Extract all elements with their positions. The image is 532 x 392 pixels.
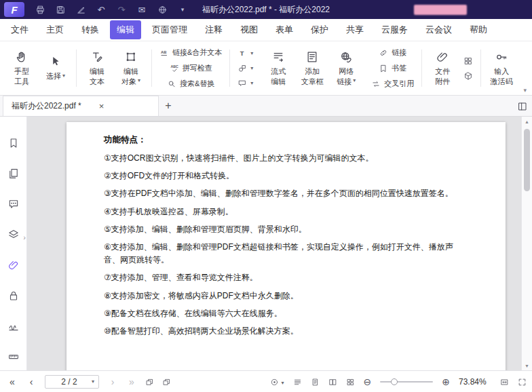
ribbon-separator	[480, 50, 481, 87]
link-merge-text-button[interactable]: 链接&合并文本	[157, 46, 225, 59]
web-link-button[interactable]: 网络 链接 ▾	[330, 49, 362, 87]
tab-file[interactable]: 文件	[4, 20, 35, 39]
chevron-down-icon: ▾	[138, 77, 140, 84]
tab-cloud-service[interactable]: 云服务	[375, 20, 415, 39]
undo-button[interactable]: ↶	[95, 5, 107, 15]
tab-form[interactable]: 表单	[269, 20, 300, 39]
navigation-sidebar: ›	[0, 117, 27, 370]
print-button[interactable]	[34, 4, 46, 15]
tab-comment[interactable]: 注释	[198, 20, 229, 39]
new-tab-button[interactable]: +	[159, 96, 178, 116]
zoom-percent[interactable]: 73.84%	[459, 377, 491, 387]
tab-page-management[interactable]: 页面管理	[145, 20, 194, 39]
image-annotation-button[interactable]	[461, 55, 476, 67]
zoom-slider-thumb[interactable]	[391, 378, 398, 385]
edit-text-button[interactable]: 编辑 文本	[81, 49, 113, 87]
doc-line: ⑤支持添加、编辑、删除和管理页眉页脚、背景和水印。	[104, 223, 468, 236]
tab-edit[interactable]: 编辑	[110, 20, 141, 39]
close-tab-icon[interactable]: ×	[99, 101, 104, 111]
foxit-logo[interactable]: F	[4, 2, 24, 17]
ribbon-separator	[76, 50, 77, 87]
document-canvas[interactable]: 功能特点： ①支持OCR图文识别，快速将扫描件、图片上的文字转换为可编辑的文本。…	[27, 117, 521, 370]
redo-button[interactable]: ↷	[115, 5, 128, 15]
link-button[interactable]: 链接	[376, 46, 409, 59]
prev-page-button[interactable]: ‹	[26, 376, 37, 387]
scroll-up-icon[interactable]: ▲	[525, 117, 529, 126]
search-replace-button[interactable]: 搜索&替换	[164, 77, 217, 90]
first-page-button[interactable]: «	[7, 376, 18, 387]
scroll-down-icon[interactable]: ▼	[525, 361, 529, 370]
spell-check-button[interactable]: 拼写检查	[167, 62, 215, 75]
edit-object-button[interactable]: 编辑 对象 ▾	[115, 49, 147, 87]
activation-code-button[interactable]: 输入 激活码	[486, 49, 517, 87]
tab-share[interactable]: 共享	[339, 20, 370, 39]
link-icon	[379, 48, 388, 58]
panel-expand-chevron[interactable]: ›	[23, 233, 26, 241]
sidebar-signatures-button[interactable]	[5, 320, 22, 332]
doc-line: ④支持手机放映遥控器、屏幕录制。	[104, 205, 468, 218]
hand-tool-button[interactable]: 手型 工具	[6, 49, 37, 87]
sidebar-security-button[interactable]	[5, 290, 22, 302]
last-page-button[interactable]: »	[126, 376, 137, 387]
sidebar-measure-button[interactable]	[5, 351, 22, 363]
pdf-page[interactable]: 功能特点： ①支持OCR图文识别，快速将扫描件、图片上的文字转换为可编辑的文本。…	[66, 122, 506, 370]
multimedia-button[interactable]	[461, 70, 476, 82]
main-area: › 功能特点： ①支持OCR图文识别，快速将扫描件、图片上的文字转换为可编辑的文…	[0, 117, 532, 370]
vertical-scrollbar[interactable]: ▲ ▼	[521, 117, 532, 370]
page-layout-button[interactable]	[517, 100, 528, 111]
add-callout-button[interactable]: ▾	[235, 77, 256, 90]
facing-view-button[interactable]	[328, 376, 337, 387]
tab-help[interactable]: 帮助	[463, 20, 494, 39]
document-tab[interactable]: 福昕办公2022.pdf * ×	[3, 96, 159, 116]
continuous-view-button[interactable]	[293, 376, 302, 387]
zoom-in-button[interactable]: ⊕	[442, 376, 450, 387]
account-name-redacted[interactable]	[414, 5, 467, 15]
sidebar-layers-button[interactable]	[5, 229, 22, 241]
tab-view[interactable]: 视图	[233, 20, 265, 39]
chevron-down-icon: ▾	[250, 80, 253, 86]
doc-line: ⑧支持添加密文，将敏感内容从PDF文档中永久删除。	[104, 290, 468, 302]
add-article-box-button[interactable]: 添加 文章框	[297, 49, 328, 87]
bookmark-button[interactable]: 书签	[376, 62, 409, 75]
scrollbar-track[interactable]	[522, 126, 532, 361]
customize-qat-caret[interactable]: ▾	[176, 6, 189, 13]
add-text-tool-button[interactable]: ▾	[235, 47, 256, 60]
save-button[interactable]	[54, 4, 66, 15]
select-tool-button[interactable]: 选择 ▾	[40, 54, 71, 82]
zoom-out-button[interactable]: ⊖	[364, 376, 372, 387]
sidebar-bookmarks-button[interactable]	[5, 137, 22, 149]
prev-view-button[interactable]	[145, 376, 154, 387]
sidebar-comments-button[interactable]	[5, 198, 22, 210]
tab-protect[interactable]: 保护	[304, 20, 335, 39]
reading-mode-button[interactable]: ▾	[270, 376, 284, 387]
cross-reference-button[interactable]: 交叉引用	[368, 77, 417, 90]
sidebar-pages-button[interactable]	[5, 168, 22, 180]
file-attachment-button[interactable]: 文件 附件	[427, 49, 458, 87]
tab-home[interactable]: 主页	[39, 20, 71, 39]
grid-view-button[interactable]	[346, 376, 355, 387]
chevron-down-icon: ▾	[250, 65, 253, 71]
sidebar-attachments-button[interactable]	[5, 259, 22, 271]
page-indicator[interactable]: 2 / 2 ▾	[45, 375, 99, 389]
cloud-button[interactable]	[156, 4, 168, 15]
tab-convert[interactable]: 转换	[75, 20, 106, 39]
quick-sign-button[interactable]	[75, 4, 87, 15]
mail-button[interactable]: ✉	[136, 5, 148, 15]
doc-line: ③支持在PDF文档中添加、编辑、删除和管理数字签名，并在多个页面的相同位置快速放…	[104, 187, 468, 200]
collapse-ribbon-button[interactable]: ▾	[523, 87, 527, 94]
search-icon	[167, 79, 176, 89]
fit-width-button[interactable]	[500, 376, 509, 387]
next-view-button[interactable]	[162, 376, 171, 387]
flow-edit-button[interactable]: 流式 编辑	[263, 49, 294, 87]
status-bar: « ‹ 2 / 2 ▾ › » ▾ ⊖ ⊕ 73.84%	[0, 370, 532, 392]
tab-cloud-meeting[interactable]: 云会议	[419, 20, 459, 39]
fullscreen-button[interactable]	[518, 376, 527, 387]
scrollbar-thumb[interactable]	[524, 129, 530, 191]
next-page-button[interactable]: ›	[107, 376, 118, 387]
doc-heading: 功能特点：	[104, 134, 468, 146]
zoom-slider[interactable]	[380, 378, 433, 386]
fit-width-icon	[500, 378, 509, 387]
single-page-button[interactable]	[311, 376, 320, 387]
zoom-slider-track[interactable]	[380, 381, 433, 383]
add-shapes-button[interactable]: ▾	[235, 62, 256, 75]
